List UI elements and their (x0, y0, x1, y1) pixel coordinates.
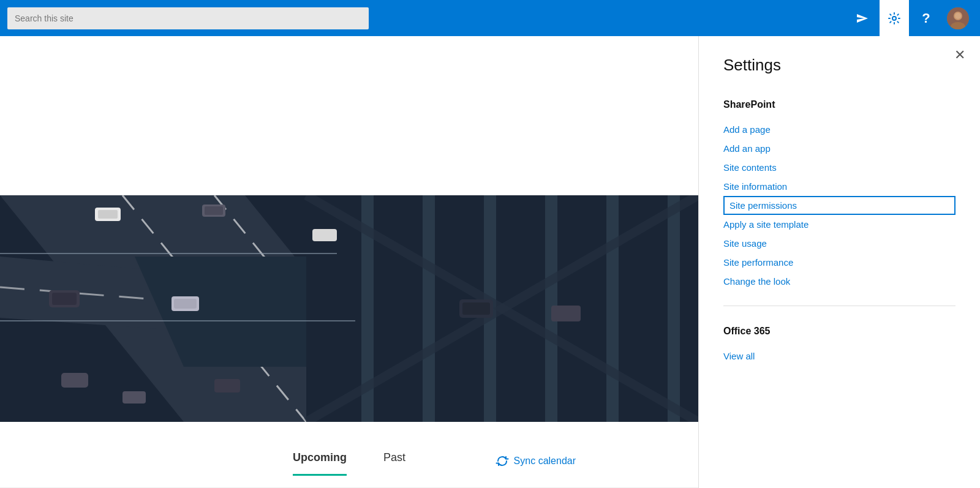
top-bar: ? (0, 0, 980, 36)
share-icon (856, 12, 869, 25)
help-button[interactable]: ? (911, 0, 941, 36)
svg-rect-26 (312, 229, 337, 241)
hero-image (0, 195, 698, 422)
avatar-image (947, 7, 969, 29)
link-site-permissions[interactable]: Site permissions (723, 196, 956, 215)
help-icon: ? (922, 10, 930, 26)
settings-title: Settings (723, 56, 956, 75)
link-site-contents[interactable]: Site contents (723, 158, 956, 177)
settings-divider (723, 306, 956, 306)
svg-point-1 (892, 17, 896, 20)
office365-section-title: Office 365 (723, 326, 956, 337)
avatar (947, 7, 969, 29)
settings-close-button[interactable]: ✕ (954, 48, 965, 62)
share-button[interactable] (848, 0, 877, 36)
link-site-usage[interactable]: Site usage (723, 234, 956, 253)
sharepoint-section-title: SharePoint (723, 99, 956, 110)
link-add-an-app[interactable]: Add an app (723, 139, 956, 158)
page-header-space (0, 36, 698, 195)
svg-rect-35 (123, 391, 146, 404)
sync-icon (496, 454, 509, 468)
svg-marker-0 (857, 14, 868, 23)
road-scene-svg (0, 195, 698, 422)
svg-rect-25 (205, 206, 223, 215)
svg-rect-33 (551, 306, 581, 321)
tabs-area: Upcoming Past Sync calendar (0, 422, 698, 488)
sync-calendar-button[interactable]: Sync calendar (496, 454, 576, 468)
settings-panel: ✕ Settings SharePoint Add a page Add an … (698, 36, 980, 488)
svg-point-5 (955, 13, 961, 19)
top-bar-icons: ? (848, 0, 973, 36)
svg-rect-23 (98, 210, 118, 219)
gear-icon (888, 12, 901, 25)
svg-rect-34 (214, 379, 240, 392)
tab-past[interactable]: Past (383, 446, 405, 476)
svg-rect-32 (462, 302, 490, 315)
svg-rect-30 (174, 299, 197, 309)
search-input[interactable] (7, 7, 369, 29)
link-site-information[interactable]: Site information (723, 177, 956, 196)
link-view-all[interactable]: View all (723, 347, 956, 366)
page-area: Upcoming Past Sync calendar (0, 36, 698, 488)
link-apply-site-template[interactable]: Apply a site template (723, 215, 956, 234)
settings-button[interactable] (880, 0, 909, 36)
svg-rect-28 (52, 293, 77, 305)
link-site-performance[interactable]: Site performance (723, 253, 956, 272)
link-add-a-page[interactable]: Add a page (723, 120, 956, 139)
tab-upcoming[interactable]: Upcoming (293, 446, 347, 476)
svg-rect-36 (61, 373, 88, 388)
sync-calendar-label: Sync calendar (514, 456, 576, 467)
link-change-the-look[interactable]: Change the look (723, 272, 956, 291)
avatar-button[interactable] (943, 0, 973, 36)
main-content: Upcoming Past Sync calendar ✕ Settings S… (0, 36, 980, 488)
